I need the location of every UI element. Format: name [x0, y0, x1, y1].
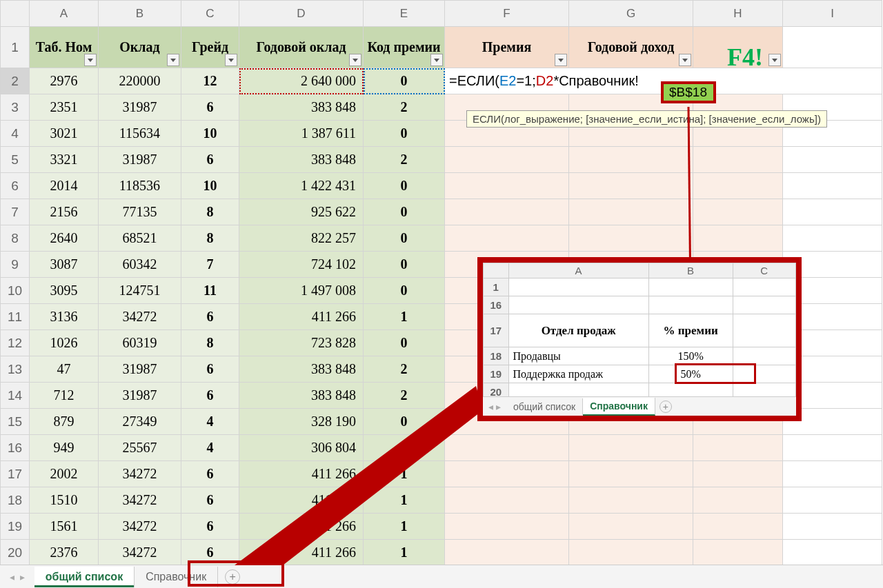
- cell-A16[interactable]: 949: [30, 435, 99, 461]
- cell-B2[interactable]: 220000: [99, 68, 181, 94]
- cell-B5[interactable]: 31987: [99, 147, 181, 173]
- cell-F16[interactable]: [445, 435, 569, 461]
- cell-B13[interactable]: 31987: [99, 356, 181, 383]
- cell-E7[interactable]: 0: [364, 199, 445, 225]
- cell-G6[interactable]: [569, 173, 693, 199]
- cell-A10[interactable]: 3095: [30, 278, 99, 304]
- select-all-corner[interactable]: [1, 1, 30, 27]
- row-header-2[interactable]: 2: [1, 68, 30, 94]
- cell-D10[interactable]: 1 497 008: [239, 278, 364, 304]
- cell-I8[interactable]: [783, 225, 882, 252]
- col-header-e[interactable]: E: [364, 1, 445, 27]
- row-header-6[interactable]: 6: [1, 173, 30, 199]
- cell-D2[interactable]: 2 640 000: [239, 68, 364, 94]
- cell-C15[interactable]: 4: [181, 409, 239, 435]
- filter-icon[interactable]: [84, 54, 97, 66]
- cell-E18[interactable]: 1: [364, 487, 445, 514]
- row-header-8[interactable]: 8: [1, 225, 30, 252]
- cell-E16[interactable]: 0: [364, 435, 445, 461]
- cell-C2[interactable]: 12: [181, 68, 239, 94]
- cell-A9[interactable]: 3087: [30, 252, 99, 278]
- add-sheet-icon[interactable]: +: [659, 401, 672, 413]
- col-header-g[interactable]: G: [569, 1, 693, 27]
- cell-A19[interactable]: 1561: [30, 514, 99, 540]
- cell-C14[interactable]: 6: [181, 383, 239, 409]
- cell-A7[interactable]: 2156: [30, 199, 99, 225]
- cell-C7[interactable]: 8: [181, 199, 239, 225]
- cell-F7[interactable]: [445, 199, 569, 225]
- cell-G18[interactable]: [569, 487, 693, 514]
- cell-C9[interactable]: 7: [181, 252, 239, 278]
- cell-H6[interactable]: [693, 173, 783, 199]
- cell-I17[interactable]: [783, 461, 882, 487]
- cell-C16[interactable]: 4: [181, 435, 239, 461]
- cell-C17[interactable]: 6: [181, 461, 239, 487]
- cell-G5[interactable]: [569, 147, 693, 173]
- tab-main-list[interactable]: общий список: [34, 567, 135, 587]
- cell-B7[interactable]: 77135: [99, 199, 181, 225]
- cell-A12[interactable]: 1026: [30, 330, 99, 356]
- cell-I5[interactable]: [783, 147, 882, 173]
- cell-D13[interactable]: 383 848: [239, 356, 364, 383]
- cell-C5[interactable]: 6: [181, 147, 239, 173]
- cell-D3[interactable]: 383 848: [239, 94, 364, 121]
- cell-E5[interactable]: 2: [364, 147, 445, 173]
- row-header-15[interactable]: 15: [1, 409, 30, 435]
- cell-C8[interactable]: 8: [181, 225, 239, 252]
- cell-I20[interactable]: [783, 540, 882, 566]
- cell-A3[interactable]: 2351: [30, 94, 99, 121]
- cell-C10[interactable]: 11: [181, 278, 239, 304]
- row-header-19[interactable]: 19: [1, 514, 30, 540]
- filter-icon[interactable]: [225, 54, 237, 66]
- row-header-20[interactable]: 20: [1, 540, 30, 566]
- cell-A17[interactable]: 2002: [30, 461, 99, 487]
- cell-D18[interactable]: 411 266: [239, 487, 364, 514]
- cell-B15[interactable]: 27349: [99, 409, 181, 435]
- cell-B20[interactable]: 34272: [99, 540, 181, 566]
- cell-B12[interactable]: 60319: [99, 330, 181, 356]
- cell-E11[interactable]: 1: [364, 304, 445, 330]
- cell-B3[interactable]: 31987: [99, 94, 181, 121]
- cell-D15[interactable]: 328 190: [239, 409, 364, 435]
- cell-B4[interactable]: 115634: [99, 121, 181, 147]
- header-bonus-code[interactable]: Код премии: [364, 27, 445, 68]
- row-header-13[interactable]: 13: [1, 356, 30, 383]
- cell-D17[interactable]: 411 266: [239, 461, 364, 487]
- cell-A8[interactable]: 2640: [30, 225, 99, 252]
- cell-A6[interactable]: 2014: [30, 173, 99, 199]
- row-header-1[interactable]: 1: [1, 27, 30, 68]
- cell-D4[interactable]: 1 387 611: [239, 121, 364, 147]
- cell-E6[interactable]: 0: [364, 173, 445, 199]
- inset-tab-ref[interactable]: Справочник: [583, 398, 655, 416]
- row-header-10[interactable]: 10: [1, 278, 30, 304]
- cell-F17[interactable]: [445, 461, 569, 487]
- cell-I16[interactable]: [783, 435, 882, 461]
- cell-A14[interactable]: 712: [30, 383, 99, 409]
- cell-A13[interactable]: 47: [30, 356, 99, 383]
- row-header-7[interactable]: 7: [1, 199, 30, 225]
- cell-H5[interactable]: [693, 147, 783, 173]
- cell-H8[interactable]: [693, 225, 783, 252]
- row-header-14[interactable]: 14: [1, 383, 30, 409]
- header-year-income[interactable]: Годовой доход: [569, 27, 693, 68]
- cell-I18[interactable]: [783, 487, 882, 514]
- cell-D19[interactable]: 411 266: [239, 514, 364, 540]
- cell-H7[interactable]: [693, 199, 783, 225]
- cell-A15[interactable]: 879: [30, 409, 99, 435]
- header-grade[interactable]: Грейд: [181, 27, 239, 68]
- col-header-c[interactable]: C: [181, 1, 239, 27]
- cell-D7[interactable]: 925 622: [239, 199, 364, 225]
- row-header-18[interactable]: 18: [1, 487, 30, 514]
- cell-A11[interactable]: 3136: [30, 304, 99, 330]
- cell-F19[interactable]: [445, 514, 569, 540]
- cell-D5[interactable]: 383 848: [239, 147, 364, 173]
- row-header-12[interactable]: 12: [1, 330, 30, 356]
- cell-B11[interactable]: 34272: [99, 304, 181, 330]
- cell-A2[interactable]: 2976: [30, 68, 99, 94]
- row-header-9[interactable]: 9: [1, 252, 30, 278]
- cell-F20[interactable]: [445, 540, 569, 566]
- cell-E2[interactable]: 0: [364, 68, 445, 94]
- cell-D16[interactable]: 306 804: [239, 435, 364, 461]
- cell-I6[interactable]: [783, 173, 882, 199]
- cell-F6[interactable]: [445, 173, 569, 199]
